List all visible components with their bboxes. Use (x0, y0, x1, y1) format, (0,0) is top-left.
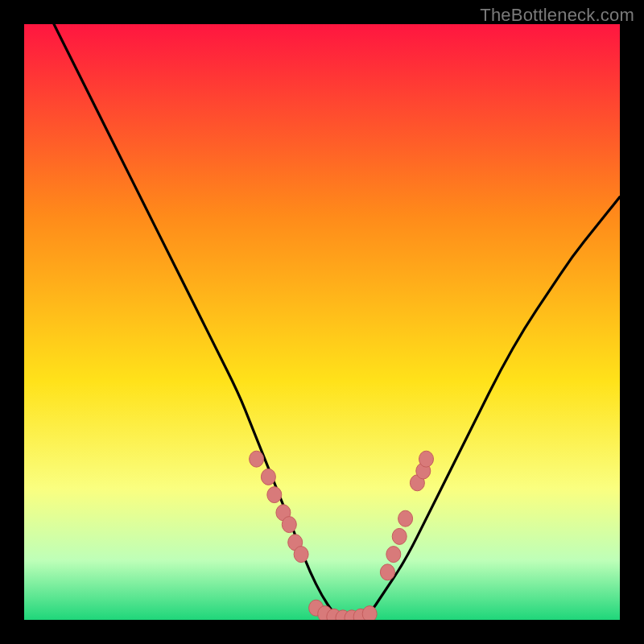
plot-area (24, 24, 620, 620)
data-marker (419, 451, 434, 467)
data-marker (392, 528, 407, 544)
data-marker (386, 547, 401, 563)
data-marker (282, 517, 296, 533)
data-marker (362, 606, 377, 620)
data-marker (250, 451, 264, 467)
watermark-text: TheBottleneck.com (480, 5, 634, 26)
chart-stage: TheBottleneck.com (0, 0, 644, 644)
data-marker (261, 469, 275, 485)
plot-svg (24, 24, 620, 620)
data-marker (398, 510, 413, 526)
data-marker (380, 564, 394, 580)
data-marker (267, 487, 282, 503)
gradient-background (24, 24, 620, 620)
data-marker (294, 547, 308, 563)
